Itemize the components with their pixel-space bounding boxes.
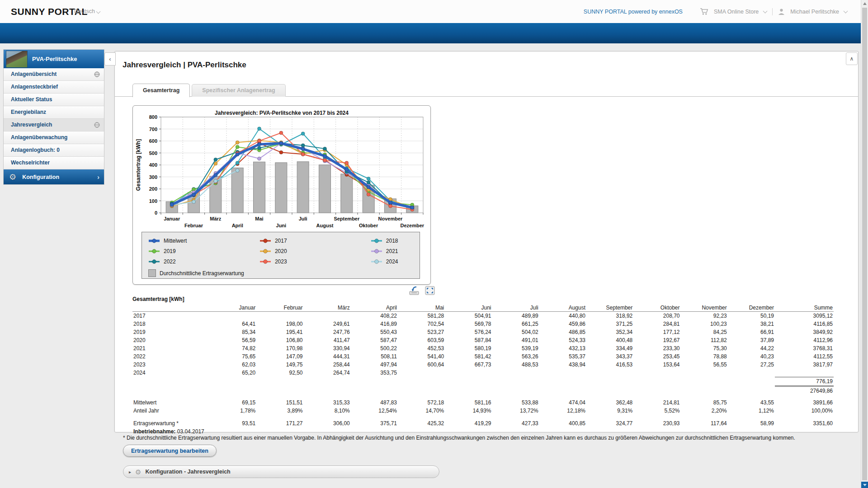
- user-menu[interactable]: Michael Perlitschke: [790, 9, 847, 15]
- sidebar-item-label: Anlagenüberwachung: [11, 134, 67, 141]
- legend-marker-icon: [148, 249, 160, 254]
- edit-expectation-button[interactable]: Ertragserwartung bearbeiten: [123, 445, 217, 457]
- language-label: Deutsch: [74, 8, 95, 14]
- table-title: Gesamtertrag [kWh]: [132, 296, 834, 302]
- svg-text:Juni: Juni: [276, 223, 287, 228]
- legend-bar-swatch: [148, 269, 156, 277]
- chevron-right-icon: ›: [97, 173, 99, 181]
- app-root: SUNNY PORTAL Deutsch SUNNY PORTAL powere…: [0, 0, 868, 488]
- tab-bar: GesamtertragSpezifischer Anlagenertrag: [132, 84, 286, 97]
- sidebar-item-anlagen-bersicht[interactable]: Anlagenübersicht: [4, 68, 104, 81]
- svg-text:800: 800: [149, 115, 157, 120]
- table-row-2021: 202174,82170,98330,94500,22452,53580,195…: [132, 344, 834, 352]
- legend-marker-icon: [148, 259, 160, 264]
- legend-row: Mittelwert20172018: [148, 235, 420, 246]
- scroll-down-arrow[interactable]: [861, 482, 868, 488]
- legend-label: 2022: [164, 258, 176, 265]
- config-section-bar[interactable]: ▸ ⚙ Konfiguration - Jahresvergleich: [123, 465, 439, 478]
- plant-name: PVA-Perlitschke: [32, 56, 77, 62]
- legend-row: 201920202021: [148, 246, 420, 256]
- expand-arrow-icon: ▸: [129, 469, 131, 474]
- legend-item-2023: 2023: [259, 258, 371, 265]
- user-icon: [778, 8, 785, 15]
- sidebar-item-anlagen-berwachung[interactable]: Anlagenüberwachung: [4, 131, 104, 144]
- svg-text:200: 200: [149, 186, 157, 192]
- header-divider: [772, 8, 773, 15]
- legend-marker-icon: [259, 238, 271, 244]
- legend-label: 2018: [386, 238, 398, 244]
- sidebar-item-label: Anlagenlogbuch: 0: [11, 147, 60, 153]
- globe-icon: [94, 71, 100, 77]
- legend-marker-icon: [148, 238, 160, 244]
- svg-text:Februar: Februar: [184, 223, 203, 228]
- user-name: Michael Perlitschke: [790, 9, 839, 15]
- svg-text:700: 700: [149, 127, 157, 132]
- language-selector[interactable]: Deutsch: [74, 0, 100, 23]
- cart-icon: [700, 8, 708, 15]
- svg-text:März: März: [210, 216, 222, 221]
- scroll-up-arrow[interactable]: [863, 2, 867, 5]
- sidebar-items: AnlagenübersichtAnlagensteckbriefAktuell…: [4, 68, 104, 169]
- plant-header[interactable]: PVA-Perlitschke: [4, 50, 104, 68]
- table-row-2019: 201985,34195,41247,76550,43523,27576,245…: [132, 328, 834, 336]
- sidebar-item-label: Aktueller Status: [11, 96, 52, 103]
- legend-label: 2020: [275, 248, 287, 254]
- scrollbar-thumb[interactable]: [862, 8, 867, 480]
- sidebar-item-label: Jahresvergleich: [11, 122, 52, 128]
- export-chart-icon[interactable]: [409, 286, 420, 295]
- legend-label: Durchschnittliche Ertragserwartung: [160, 270, 244, 277]
- table-row-2024: 202465,2092,50264,74353,75: [132, 369, 834, 377]
- store-menu[interactable]: SMA Online Store: [714, 9, 767, 15]
- table-header-row: JanuarFebruarMärzAprilMaiJuniJuliAugustS…: [132, 304, 834, 312]
- content-panel: Jahresvergleich | PVA-Perlitschke Gesamt…: [114, 51, 859, 432]
- svg-text:August: August: [316, 223, 334, 228]
- scrollbar[interactable]: [861, 0, 868, 488]
- sidebar-item-aktueller-status[interactable]: Aktueller Status: [4, 94, 104, 106]
- plant-photo: [6, 51, 28, 68]
- legend-marker-icon: [371, 259, 382, 264]
- legend-row: 202220232024: [148, 256, 420, 267]
- legend-label: 2023: [275, 258, 287, 265]
- powered-by-link[interactable]: SUNNY PORTAL powered by ennexOS: [584, 9, 683, 15]
- chevron-down-icon: [844, 9, 848, 13]
- sidebar-item-anlagenlogbuch-0[interactable]: Anlagenlogbuch: 0: [4, 144, 104, 157]
- legend-label: Mittelwert: [164, 238, 187, 244]
- table-row-anteil-jahr: Anteil Jahr1,78%3,89%8,10%12,54%14,70%14…: [132, 407, 834, 415]
- chevron-down-icon: [96, 9, 100, 14]
- legend-item-2024: 2024: [371, 258, 420, 265]
- table-row-2018: 201864,41198,00249,61416,89702,54569,786…: [132, 320, 834, 328]
- tab-spezifischer-anlagenertrag[interactable]: Spezifischer Anlagenertrag: [192, 84, 285, 97]
- table-row-ertragserwartung: Ertragserwartung *93,51171,27306,00375,7…: [132, 419, 834, 427]
- footnote: * Die durchschnittliche Ertragserwartung…: [123, 435, 842, 441]
- table-row-mittelwert: Mittelwert69,15151,51315,33487,83572,185…: [132, 399, 834, 407]
- collapse-panel-button[interactable]: ∧: [846, 52, 858, 65]
- svg-text:400: 400: [149, 162, 157, 168]
- commissioning-value: 03.04.2017: [177, 428, 204, 435]
- svg-text:Gesamtertrag [kWh]: Gesamtertrag [kWh]: [135, 139, 142, 191]
- gear-icon: ⚙: [9, 173, 16, 181]
- svg-text:300: 300: [149, 174, 157, 180]
- sidebar-item-anlagensteckbrief[interactable]: Anlagensteckbrief: [4, 81, 104, 94]
- sidebar-item-label: Wechselrichter: [11, 160, 50, 166]
- table-row-partial-sum: 776,19: [132, 377, 834, 386]
- legend-item-2017: 2017: [259, 238, 371, 244]
- globe-icon: [94, 122, 100, 128]
- sidebar-item-label: Anlagensteckbrief: [11, 84, 58, 90]
- legend-marker-icon: [371, 249, 382, 254]
- sidebar-item-konfiguration[interactable]: ⚙ Konfiguration ›: [4, 169, 104, 184]
- table-row-2020: 202056,59106,80411,47587,47603,59587,844…: [132, 336, 834, 344]
- legend-item-2022: 2022: [148, 258, 259, 265]
- legend-label: 2021: [386, 248, 398, 254]
- sidebar-item-jahresvergleich[interactable]: Jahresvergleich: [4, 119, 104, 131]
- chevron-down-icon: [763, 9, 768, 13]
- svg-text:600: 600: [149, 138, 157, 144]
- chart-container: Jahresvergleich: PVA-Perlitschke von 201…: [132, 105, 431, 285]
- fullscreen-icon[interactable]: [425, 286, 435, 295]
- top-header: SUNNY PORTAL Deutsch SUNNY PORTAL powere…: [0, 0, 861, 23]
- collapse-sidebar-button[interactable]: ‹: [104, 52, 116, 66]
- sidebar-item-energiebilanz[interactable]: Energiebilanz: [4, 106, 104, 119]
- tab-gesamtertrag[interactable]: Gesamtertrag: [132, 84, 190, 97]
- table-row-2017: 2017408,22581,28504,91489,89440,80318,92…: [132, 312, 834, 320]
- svg-text:Januar: Januar: [164, 216, 180, 221]
- sidebar-item-wechselrichter[interactable]: Wechselrichter: [4, 157, 104, 169]
